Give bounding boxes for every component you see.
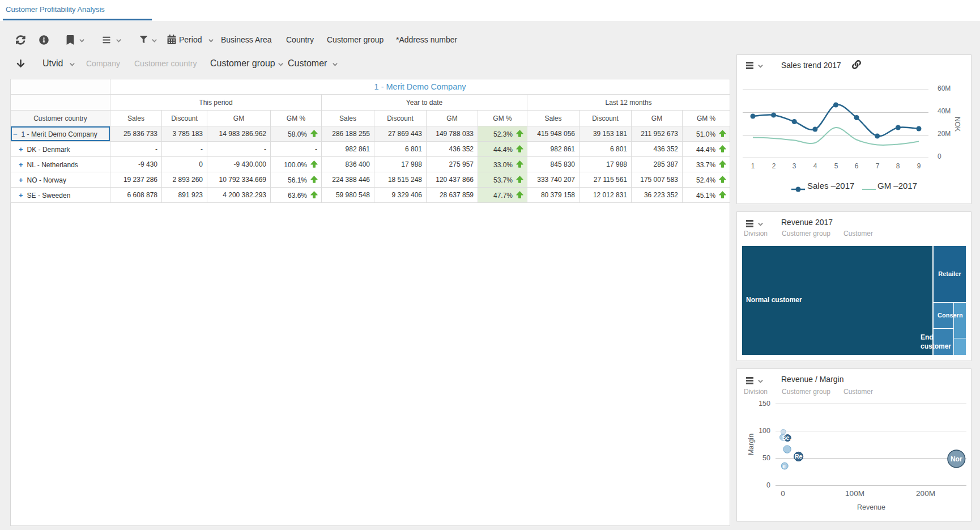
svg-text:Nor: Nor (951, 455, 962, 463)
svg-text:Re: Re (795, 453, 803, 460)
svg-text:e: e (782, 463, 786, 469)
svg-text:Se.: Se. (782, 434, 791, 441)
